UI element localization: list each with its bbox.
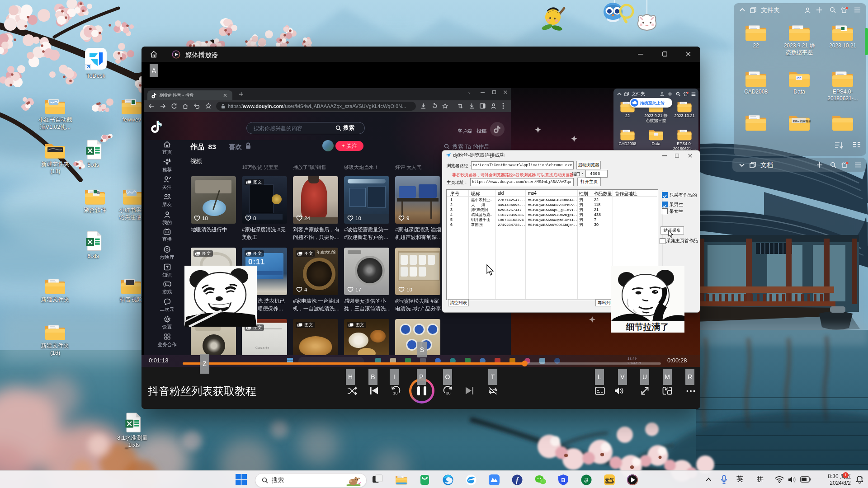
svg-text:录: 录 <box>584 478 589 483</box>
svg-text:z: z <box>862 476 863 479</box>
svg-text:30: 30 <box>446 391 450 395</box>
svg-text:10: 10 <box>393 391 397 395</box>
svg-text:B: B <box>561 477 565 483</box>
svg-text:细节拉满了: 细节拉满了 <box>626 322 669 332</box>
svg-text:150+ 刘家培训: 150+ 刘家培训 <box>793 119 811 123</box>
